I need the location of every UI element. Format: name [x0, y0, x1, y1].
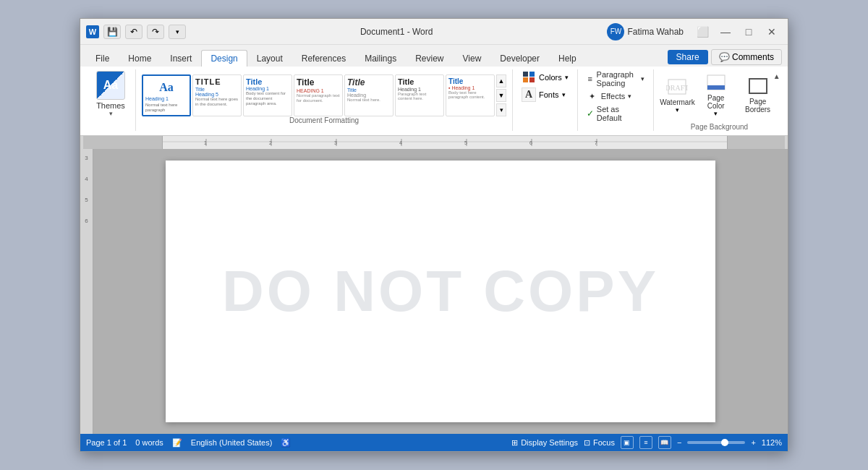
- tab-view[interactable]: View: [454, 50, 491, 67]
- set-as-default-button[interactable]: ✓ Set as Default: [584, 104, 647, 123]
- tab-developer[interactable]: Developer: [490, 50, 549, 67]
- tab-references[interactable]: References: [292, 50, 355, 67]
- fonts-button[interactable]: A Fonts ▾: [519, 87, 571, 103]
- zoom-percent[interactable]: 112%: [762, 438, 782, 447]
- read-mode-view[interactable]: 📖: [658, 436, 671, 449]
- paragraph-spacing-label: Paragraph Spacing: [597, 70, 639, 87]
- ribbon-section-formatting: Aa Heading 1 Normal text here paragraph …: [136, 69, 513, 131]
- watermark-dropdown-icon: ▾: [676, 106, 679, 114]
- page-color-label: Page Color: [702, 94, 730, 110]
- zoom-minus-button[interactable]: −: [677, 438, 681, 447]
- close-button[interactable]: ✕: [762, 23, 782, 40]
- paragraph-spacing-button[interactable]: ≡ Paragraph Spacing ▾: [584, 69, 647, 88]
- gallery-item-1[interactable]: Aa Heading 1 Normal text here paragraph: [142, 74, 191, 116]
- save-button[interactable]: 💾: [103, 25, 121, 39]
- language[interactable]: English (United States): [191, 438, 273, 447]
- page-borders-label: Page Borders: [741, 98, 775, 114]
- page-info[interactable]: Page 1 of 1: [86, 438, 127, 447]
- tab-home[interactable]: Home: [119, 50, 161, 67]
- document-formatting-label: Document Formatting: [142, 116, 506, 124]
- gallery-item-6[interactable]: Title Heading 1 Paragraph text content h…: [395, 74, 444, 116]
- gallery-item-7[interactable]: Title ▪ Heading 1 Body text here paragra…: [446, 74, 495, 116]
- status-right: ⊞ Display Settings ⊡ Focus ▣ ≡ 📖 − + 112…: [511, 436, 782, 449]
- page-color-button[interactable]: Page Color ▾: [698, 69, 734, 119]
- maximize-button[interactable]: □: [739, 23, 759, 40]
- tab-layout[interactable]: Layout: [247, 50, 292, 67]
- ribbon-tabs: File Home Insert Design Layout Reference…: [80, 45, 788, 67]
- colors-label: Colors: [539, 73, 562, 82]
- svg-text:6: 6: [529, 140, 532, 145]
- word-count[interactable]: 0 words: [135, 438, 163, 447]
- share-button[interactable]: Share: [668, 50, 708, 64]
- themes-label: Themes: [96, 101, 125, 110]
- fonts-dropdown-icon: ▾: [562, 91, 566, 98]
- watermark-button[interactable]: DRAFT Watermark ▾: [660, 74, 695, 115]
- themes-button[interactable]: Aa Themes ▾: [92, 69, 129, 119]
- gallery-scroll-down[interactable]: ▼: [496, 89, 506, 102]
- chat-icon: 💬: [719, 52, 730, 62]
- page-color-dropdown-icon: ▾: [714, 110, 718, 117]
- colors-button[interactable]: Colors ▾: [519, 69, 571, 85]
- tab-help[interactable]: Help: [549, 50, 586, 67]
- document-title: Document1 - Word: [186, 27, 607, 37]
- page-borders-icon: [746, 74, 770, 98]
- display-settings-button[interactable]: ⊞ Display Settings: [511, 438, 578, 448]
- ribbon-section-page-bg: DRAFT Watermark ▾ Page Color ▾: [654, 69, 785, 131]
- themes-icon: Aa: [96, 71, 125, 100]
- ruler: 1 2 3 4 5 6 7: [80, 136, 788, 149]
- word-icon: W: [86, 25, 99, 38]
- user-area[interactable]: FW Fatima Wahab: [607, 23, 684, 40]
- focus-button[interactable]: ⊡ Focus: [584, 438, 615, 448]
- document-page[interactable]: DO NOT COPY: [166, 161, 715, 422]
- minimize-button[interactable]: —: [715, 23, 736, 40]
- page-background-group: DRAFT Watermark ▾ Page Color ▾: [660, 69, 779, 119]
- zoom-slider[interactable]: [687, 441, 745, 444]
- print-layout-view[interactable]: ▣: [621, 436, 634, 449]
- comments-button[interactable]: 💬 Comments: [711, 49, 782, 65]
- title-bar: W 💾 ↶ ↷ ▾ Document1 - Word FW Fatima Wah…: [80, 19, 788, 45]
- effects-button[interactable]: ✦ Effects ▾: [584, 90, 647, 103]
- focus-icon: ⊡: [584, 438, 590, 448]
- ribbon-content: Aa Themes ▾ Aa Heading: [80, 67, 788, 136]
- ruler-left-margin: [83, 136, 163, 149]
- svg-text:2: 2: [269, 140, 272, 145]
- effects-dropdown-icon: ▾: [628, 93, 631, 100]
- paragraph-spacing-icon: ≡: [587, 73, 594, 85]
- svg-text:1: 1: [204, 140, 207, 145]
- tab-review[interactable]: Review: [406, 50, 453, 67]
- svg-text:4: 4: [399, 140, 402, 145]
- accessibility-icon[interactable]: ♿: [281, 438, 291, 448]
- tab-design[interactable]: Design: [201, 50, 247, 67]
- check-icon: ✓: [587, 108, 594, 119]
- svg-text:3: 3: [334, 140, 337, 145]
- undo-button[interactable]: ↶: [125, 25, 142, 39]
- display-settings-icon: ⊞: [511, 438, 518, 448]
- effects-icon: ✦: [587, 90, 598, 102]
- ribbon-toggle[interactable]: ⬜: [692, 23, 712, 40]
- colors-fonts-section-label: [544, 123, 546, 131]
- svg-text:5: 5: [464, 140, 467, 145]
- gallery-scroll: ▲ ▼ ▾: [496, 74, 506, 116]
- tab-file[interactable]: File: [86, 50, 119, 67]
- web-layout-view[interactable]: ≡: [639, 436, 652, 449]
- ribbon-actions: Share 💬 Comments: [668, 49, 782, 67]
- gallery-item-2[interactable]: TITLE Title Heading 5 Normal text here g…: [192, 74, 242, 116]
- fonts-icon: A: [522, 87, 536, 102]
- zoom-plus-button[interactable]: +: [751, 438, 755, 447]
- gallery-scroll-up[interactable]: ▲: [496, 74, 506, 87]
- tab-insert[interactable]: Insert: [161, 50, 201, 67]
- page-color-icon: [705, 71, 728, 94]
- tab-mailings[interactable]: Mailings: [355, 50, 406, 67]
- qat-dropdown[interactable]: ▾: [169, 25, 186, 39]
- proofing-icon[interactable]: 📝: [172, 438, 182, 448]
- ribbon-collapse-button[interactable]: ▲: [770, 71, 783, 82]
- redo-button[interactable]: ↷: [147, 25, 164, 39]
- gallery-item-3[interactable]: Title Heading 1 Body text content for th…: [243, 74, 292, 116]
- gallery-expand[interactable]: ▾: [496, 103, 506, 116]
- gallery-item-5[interactable]: Title Title Heading Normal text here.: [344, 74, 393, 116]
- title-bar-left: W 💾 ↶ ↷ ▾: [86, 25, 186, 39]
- gallery-items: Aa Heading 1 Normal text here paragraph …: [142, 74, 495, 116]
- focus-label: Focus: [593, 438, 615, 447]
- ribbon-section-colors-fonts: Colors ▾ A Fonts ▾: [513, 69, 578, 131]
- gallery-item-4[interactable]: Title HEADING 1 Normal paragraph text fo…: [294, 74, 343, 116]
